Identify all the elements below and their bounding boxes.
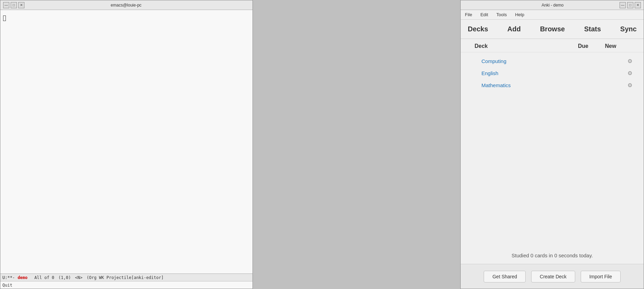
emacs-status-line-col: (1,0) <box>58 275 71 280</box>
anki-close-btn[interactable]: ✕ <box>635 2 641 8</box>
deck-name-english[interactable]: English <box>481 70 569 76</box>
emacs-statusbar: U:**- demo All of 0 (1,0) <N> (Org WK Pr… <box>0 273 253 281</box>
toolbar-browse[interactable]: Browse <box>535 24 570 34</box>
emacs-window: — □ ✕ emacs@louie-pc U:**- demo All of 0… <box>0 0 253 289</box>
deck-gear-english[interactable]: ⚙ <box>624 70 635 76</box>
menu-help[interactable]: Help <box>514 11 526 18</box>
toolbar-decks[interactable]: Decks <box>462 24 494 34</box>
emacs-maximize-btn[interactable]: □ <box>11 2 17 8</box>
deck-row-computing[interactable]: Computing ⚙ <box>461 55 644 67</box>
anki-maximize-btn[interactable]: □ <box>627 2 633 8</box>
emacs-status-major-mode: (Org WK Projectile[anki-editor] <box>87 275 164 280</box>
anki-minimize-btn[interactable]: — <box>620 2 626 8</box>
deck-gear-mathematics[interactable]: ⚙ <box>624 82 635 89</box>
anki-titlebar: Anki - demo — □ ✕ <box>461 0 644 10</box>
menu-file[interactable]: File <box>463 11 473 18</box>
emacs-minibuffer: Quit <box>0 281 253 289</box>
emacs-window-controls[interactable]: — □ ✕ <box>3 2 24 8</box>
emacs-minibuffer-text: Quit <box>2 283 12 288</box>
toolbar-add[interactable]: Add <box>502 24 526 34</box>
menu-tools[interactable]: Tools <box>495 11 508 18</box>
anki-footer: Get Shared Create Deck Import File <box>461 264 644 289</box>
emacs-status-buffer: demo <box>18 275 28 280</box>
get-shared-button[interactable]: Get Shared <box>484 271 526 282</box>
emacs-title: emacs@louie-pc <box>24 3 228 8</box>
studied-text: Studied 0 cards in 0 seconds today. <box>461 241 644 264</box>
menu-edit[interactable]: Edit <box>479 11 489 18</box>
emacs-minimize-btn[interactable]: — <box>3 2 9 8</box>
anki-window-controls[interactable]: — □ ✕ <box>620 2 641 8</box>
emacs-status-mode-name: <N> <box>75 275 83 280</box>
deck-row-english[interactable]: English ⚙ <box>461 67 644 79</box>
emacs-status-mode: U:**- <box>2 275 15 280</box>
create-deck-button[interactable]: Create Deck <box>531 271 575 282</box>
deck-name-computing[interactable]: Computing <box>481 58 569 64</box>
emacs-content <box>0 10 253 273</box>
toolbar-sync[interactable]: Sync <box>615 24 642 34</box>
emacs-titlebar: — □ ✕ emacs@louie-pc <box>0 0 253 10</box>
emacs-status-position: All of 0 <box>34 275 54 280</box>
col-new: New <box>597 43 624 49</box>
col-deck: Deck <box>474 43 569 49</box>
deck-gear-computing[interactable]: ⚙ <box>624 58 635 64</box>
toolbar-stats[interactable]: Stats <box>579 24 607 34</box>
anki-main: Deck Due New Computing ⚙ English ⚙ Mathe… <box>461 39 644 264</box>
emacs-cursor <box>3 16 6 21</box>
deck-list: Computing ⚙ English ⚙ Mathematics ⚙ <box>461 52 644 241</box>
desktop-gap <box>253 0 346 289</box>
deck-row-mathematics[interactable]: Mathematics ⚙ <box>461 79 644 91</box>
emacs-close-btn[interactable]: ✕ <box>18 2 24 8</box>
deck-name-mathematics[interactable]: Mathematics <box>481 82 569 88</box>
col-due: Due <box>569 43 597 49</box>
deck-list-header: Deck Due New <box>461 39 644 52</box>
anki-window: Anki - demo — □ ✕ File Edit Tools Help D… <box>460 0 644 289</box>
anki-menubar: File Edit Tools Help <box>461 10 644 20</box>
import-file-button[interactable]: Import File <box>581 271 621 282</box>
anki-title: Anki - demo <box>485 3 620 8</box>
anki-toolbar: Decks Add Browse Stats Sync <box>461 20 644 39</box>
